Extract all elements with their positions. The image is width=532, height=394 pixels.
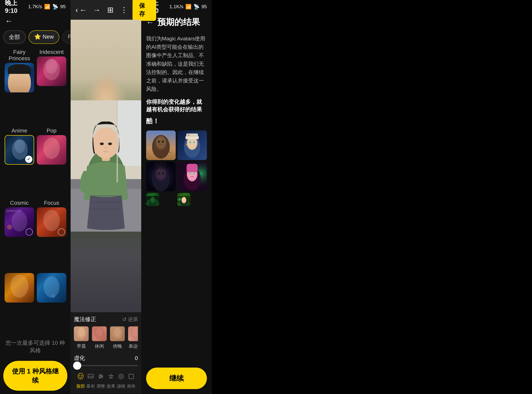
redo-button[interactable]: → bbox=[92, 4, 102, 16]
signal-icon: 📶 bbox=[44, 4, 50, 10]
filter-thumb-casual bbox=[92, 326, 107, 341]
svg-point-7 bbox=[43, 210, 60, 231]
svg-point-71 bbox=[162, 172, 164, 175]
circle-badge-cosmic bbox=[26, 228, 33, 236]
svg-point-52 bbox=[158, 141, 160, 143]
svg-rect-24 bbox=[90, 202, 121, 203]
svg-text:X: X bbox=[188, 134, 189, 137]
nav-effects-label: 效果 bbox=[107, 383, 115, 389]
filter-expressive[interactable]: 表达性 bbox=[128, 326, 138, 349]
wifi-icon-right: 📡 bbox=[193, 4, 199, 10]
svg-point-83 bbox=[151, 197, 155, 202]
header-icons-right: ← → ⊞ ⋮ 保存 bbox=[78, 0, 156, 21]
panel-title: 预期的结果 bbox=[157, 16, 200, 28]
undo-button[interactable]: ← bbox=[78, 4, 88, 16]
time-left: 晚上9:10 bbox=[5, 0, 28, 14]
svg-point-27 bbox=[78, 327, 84, 337]
svg-point-35 bbox=[79, 375, 80, 376]
style-image-ocean[interactable] bbox=[37, 273, 66, 303]
style-pop[interactable]: Pop bbox=[36, 126, 68, 198]
svg-point-29 bbox=[96, 327, 103, 337]
nav-canvas[interactable]: 幕布 bbox=[86, 373, 95, 389]
filter-thumb-evening bbox=[110, 326, 125, 341]
blur-label: 虚化 bbox=[74, 354, 85, 362]
svg-point-1 bbox=[46, 59, 57, 74]
blur-section: 虚化 0 bbox=[74, 351, 138, 369]
nav-draw-label: 画布 bbox=[127, 383, 136, 389]
nav-effects[interactable]: 效果 bbox=[107, 373, 115, 389]
back-button-left[interactable]: ← bbox=[0, 13, 71, 29]
style-cosmic[interactable]: Cosmic rjshe.com bbox=[3, 198, 36, 270]
svg-point-45 bbox=[120, 375, 122, 377]
svg-point-51 bbox=[156, 136, 166, 148]
nav-adjust[interactable]: 调整 bbox=[97, 373, 105, 389]
status-icons-right: 1.1K/s 📶 📡 95 bbox=[169, 4, 207, 10]
filter-morning[interactable]: 早晨 bbox=[74, 326, 89, 349]
save-button[interactable]: 保存 bbox=[132, 0, 156, 21]
crop-button[interactable]: ⊞ bbox=[105, 4, 116, 16]
svg-point-63 bbox=[193, 141, 195, 144]
right-content: 我们为Magic Avatars使用的AI类型可能会在输出的图像中产生人工制品、… bbox=[141, 31, 212, 364]
svg-point-34 bbox=[78, 373, 83, 379]
battery-left: 95 bbox=[60, 4, 66, 9]
back-button-middle[interactable]: ‹ bbox=[76, 4, 78, 16]
filter-evening[interactable]: 傍晚 bbox=[110, 326, 125, 349]
nav-face-label: 脸部 bbox=[76, 383, 85, 389]
style-anime[interactable]: Anime ✓ bbox=[3, 126, 36, 198]
svg-point-8 bbox=[10, 275, 28, 298]
svg-rect-46 bbox=[129, 374, 134, 379]
style-image-cosmic[interactable]: rjshe.com bbox=[5, 207, 34, 237]
style-image-pop[interactable] bbox=[37, 135, 66, 165]
style-image-focus[interactable] bbox=[37, 207, 66, 237]
draw-icon bbox=[128, 373, 135, 382]
tab-pink[interactable]: Pink bbox=[62, 30, 71, 44]
style-iridescent[interactable]: Iridescent bbox=[36, 47, 68, 126]
signal-icon-right: 📶 bbox=[185, 4, 192, 10]
back-arrow-left: ← bbox=[5, 17, 13, 25]
disclaimer-text: 我们为Magic Avatars使用的AI类型可能会在输出的图像中产生人工制品、… bbox=[146, 35, 207, 93]
svg-point-9 bbox=[44, 276, 59, 298]
avatar-1 bbox=[146, 130, 176, 160]
filter-casual[interactable]: 休闲 bbox=[92, 326, 107, 349]
blur-header: 虚化 0 bbox=[74, 354, 138, 362]
tab-new[interactable]: ⭐ New bbox=[29, 30, 59, 44]
nav-draw[interactable]: 画布 bbox=[127, 373, 136, 389]
avatar-2: X bbox=[177, 130, 207, 160]
svg-point-36 bbox=[81, 375, 82, 376]
style-image-golden[interactable] bbox=[5, 273, 34, 303]
filter-icon bbox=[117, 373, 125, 382]
style-focus[interactable]: Focus bbox=[36, 198, 68, 270]
undo-btn[interactable]: ↺ 还原 bbox=[122, 316, 138, 323]
continue-button-left[interactable]: 使用 1 种风格继续 bbox=[3, 361, 67, 391]
svg-point-44 bbox=[119, 374, 123, 379]
face-icon bbox=[77, 373, 84, 382]
bottom-nav: 脸部 幕布 bbox=[74, 369, 138, 394]
style-image-fairy[interactable] bbox=[5, 63, 34, 93]
svg-rect-25 bbox=[90, 209, 121, 209]
style-image-anime[interactable]: ✓ bbox=[5, 135, 34, 165]
svg-point-21 bbox=[105, 147, 107, 149]
nav-filter[interactable]: 滤镜 bbox=[117, 373, 125, 389]
nav-face[interactable]: 脸部 bbox=[76, 373, 85, 389]
svg-point-88 bbox=[182, 197, 186, 202]
svg-rect-13 bbox=[117, 100, 141, 166]
slider-thumb[interactable] bbox=[73, 362, 81, 370]
svg-point-77 bbox=[189, 172, 191, 174]
blur-slider[interactable] bbox=[74, 365, 138, 366]
style-golden[interactable] bbox=[3, 270, 36, 336]
style-image-iridescent[interactable] bbox=[37, 57, 66, 86]
avatar-5 bbox=[146, 193, 159, 206]
style-fairy-princess[interactable]: Fairy Princess bbox=[3, 47, 36, 126]
filter-thumb-expressive bbox=[128, 326, 138, 341]
tab-all[interactable]: 全部 bbox=[3, 30, 26, 44]
network-speed-left: 1.7K/s bbox=[28, 4, 42, 9]
svg-point-64 bbox=[186, 144, 188, 145]
svg-point-3 bbox=[15, 139, 25, 153]
more-button[interactable]: ⋮ bbox=[119, 4, 129, 16]
continue-button-right[interactable]: 继续 bbox=[146, 368, 207, 389]
bottom-tools: 魔法修正 ↺ 还原 早晨 bbox=[71, 312, 141, 394]
left-panel: 晚上9:10 1.7K/s 📶 📡 95 ← 全部 ⭐ New Pink Fan… bbox=[0, 0, 71, 394]
style-ocean[interactable] bbox=[36, 270, 68, 336]
svg-point-43 bbox=[99, 377, 100, 378]
svg-point-31 bbox=[114, 327, 121, 337]
